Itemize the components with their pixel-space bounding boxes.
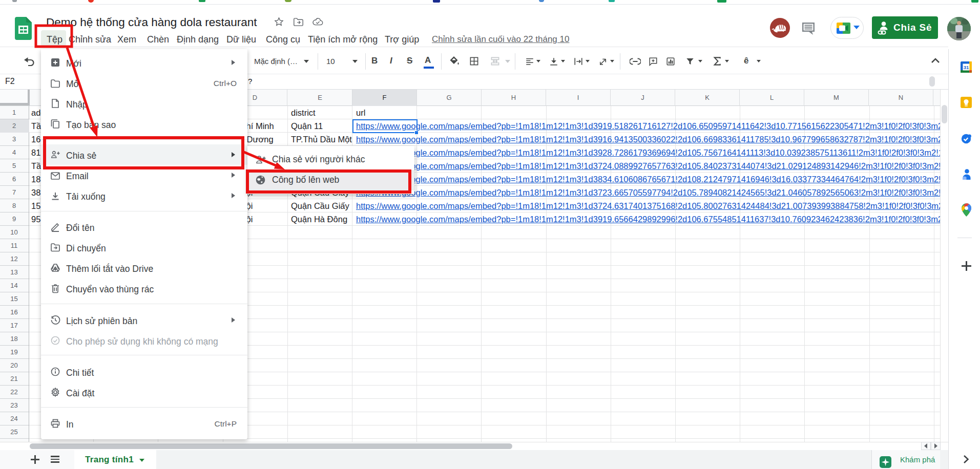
svg-text:31: 31 bbox=[964, 65, 969, 70]
